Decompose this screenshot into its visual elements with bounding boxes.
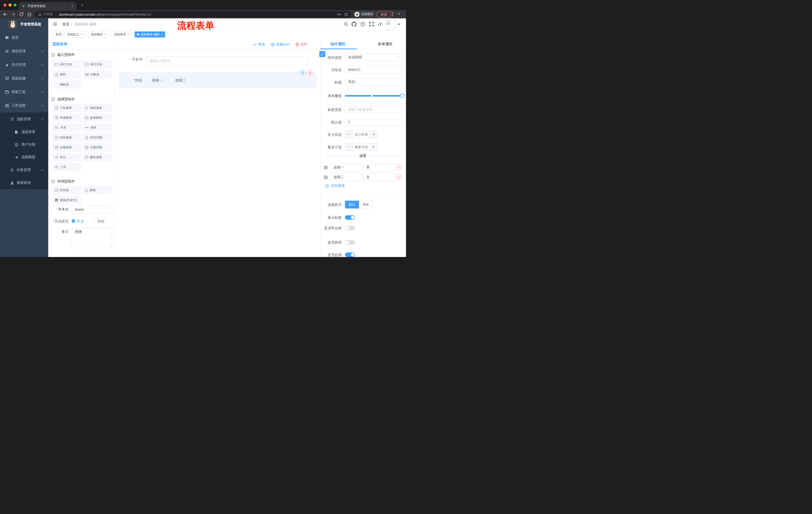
tag-home[interactable]: 首页 xyxy=(53,31,64,37)
option-drag-handle-icon[interactable] xyxy=(324,175,328,179)
chip-row-container[interactable]: 行容器 xyxy=(52,186,81,194)
max-select-input[interactable] xyxy=(353,143,370,151)
form-name-input[interactable] xyxy=(71,206,112,213)
tab-close-icon[interactable]: ✕ xyxy=(71,4,74,8)
delete-field-button[interactable] xyxy=(307,70,313,76)
home-icon[interactable] xyxy=(27,11,32,17)
window-close-button[interactable] xyxy=(3,3,6,6)
font-size-icon[interactable]: TT xyxy=(378,22,382,27)
label-width-input[interactable] xyxy=(345,106,402,113)
sidebar-item-process-form[interactable]: 流程表单 xyxy=(0,126,48,138)
chip-date-range[interactable]: 日期范围 xyxy=(82,143,112,152)
show-label-switch[interactable] xyxy=(345,215,355,220)
chip-date-picker[interactable]: 日期选择 xyxy=(52,143,81,152)
type-select[interactable]: 多选框组 xyxy=(345,54,402,61)
clear-button[interactable]: 清空 xyxy=(295,42,307,47)
required-switch[interactable] xyxy=(345,252,355,257)
avatar-caret-icon[interactable] xyxy=(398,24,400,25)
remove-option-button[interactable] xyxy=(396,174,402,180)
chip-editor[interactable]: 编辑器 xyxy=(52,80,81,89)
chip-button[interactable]: 按钮 xyxy=(82,186,112,194)
chip-table[interactable]: 表格[开发中] xyxy=(52,196,81,205)
sidebar-item-home[interactable]: 首页 xyxy=(0,31,48,45)
fullscreen-icon[interactable] xyxy=(369,22,374,27)
bookmark-star-icon[interactable] xyxy=(344,12,348,16)
resize-handle[interactable] xyxy=(109,245,111,247)
tag-close-icon[interactable]: × xyxy=(127,33,129,36)
sidebar-toggle-icon[interactable] xyxy=(52,22,57,27)
chip-select[interactable]: 下拉选择 xyxy=(52,104,81,112)
sidebar-item-payment[interactable]: ¥ 支付管理 xyxy=(0,58,48,72)
profile-caret-icon[interactable] xyxy=(398,13,401,15)
chip-time-picker[interactable]: 时间选择 xyxy=(52,133,81,142)
tab-component-props[interactable]: 组件属性 xyxy=(330,42,345,47)
stepper-decrease-button[interactable]: − xyxy=(345,143,353,151)
radio-off-label[interactable]: 关闭 xyxy=(97,219,104,224)
default-value-input[interactable] xyxy=(345,118,402,126)
forward-icon[interactable] xyxy=(10,11,16,17)
tag-close-icon[interactable]: × xyxy=(104,33,106,36)
option1-label-input[interactable] xyxy=(330,164,362,171)
option1-value-input[interactable] xyxy=(363,164,395,171)
option-drag-handle-icon[interactable] xyxy=(324,165,328,169)
with-border-switch[interactable] xyxy=(345,226,355,231)
disabled-switch[interactable] xyxy=(345,240,355,245)
grid-slider-track[interactable] xyxy=(345,95,402,97)
view-json-button[interactable]: 查看json xyxy=(270,42,290,47)
sidebar-item-process-management[interactable]: 流程管理 xyxy=(0,112,48,126)
option2-value-input[interactable] xyxy=(363,173,395,181)
chip-upload[interactable]: 上传 xyxy=(52,163,81,171)
chip-color-picker[interactable]: 颜色选择 xyxy=(82,153,112,161)
min-select-input[interactable] xyxy=(353,131,370,138)
tab-form-props[interactable]: 表单属性 xyxy=(378,42,393,47)
tag-close-icon[interactable]: × xyxy=(81,33,82,36)
sidebar-item-infrastructure[interactable]: 基础设施 xyxy=(0,72,48,85)
browser-tab[interactable]: 芋道管理系统 ✕ xyxy=(19,2,77,10)
window-minimize-button[interactable] xyxy=(8,3,11,6)
search-icon[interactable] xyxy=(344,22,348,27)
github-icon[interactable] xyxy=(351,22,356,27)
tag-process-form[interactable]: 流程表单× xyxy=(112,31,132,37)
radio-on-label[interactable]: 开启 xyxy=(77,219,84,224)
url-bar[interactable]: 不安全 | dashboard.yudao.iocoder.cn/bpm/man… xyxy=(35,11,351,18)
tag-close-icon[interactable]: × xyxy=(161,33,163,36)
stepper-increase-button[interactable]: + xyxy=(370,143,377,151)
style-button-button[interactable]: 按钮 xyxy=(359,201,373,209)
chip-password[interactable]: 密码 xyxy=(52,70,81,79)
chip-rate[interactable]: 评分 xyxy=(52,153,81,161)
tag-process-model[interactable]: 流程模型× xyxy=(88,31,108,37)
sidebar-item-task-management[interactable]: 任务管理 xyxy=(0,163,48,177)
gender-checkbox-2[interactable] xyxy=(170,78,173,82)
radio-on[interactable] xyxy=(71,219,75,223)
help-icon[interactable] xyxy=(360,22,365,27)
tag-process-form-edit-active[interactable]: 流程表单-编辑× xyxy=(135,31,165,37)
title-input[interactable] xyxy=(345,78,402,86)
gender-checkbox-1[interactable] xyxy=(146,78,150,82)
window-zoom-button[interactable] xyxy=(13,3,17,6)
stepper-decrease-button[interactable]: − xyxy=(345,131,353,138)
radio-off[interactable] xyxy=(92,219,95,223)
save-button[interactable]: 保存 xyxy=(253,42,265,47)
key-icon[interactable] xyxy=(337,12,341,16)
style-default-button[interactable]: 默认 xyxy=(345,201,359,209)
sidebar-item-user-group[interactable]: 用户分组 xyxy=(0,138,48,151)
tag-process-definition[interactable]: 流程定义× xyxy=(65,31,85,37)
chip-time-range[interactable]: 时间范围 xyxy=(82,133,112,142)
option2-label-input[interactable] xyxy=(330,173,362,181)
chip-checkbox-group[interactable]: 多选框组 xyxy=(82,113,112,122)
field-name-input[interactable] xyxy=(345,66,402,74)
back-icon[interactable] xyxy=(2,11,8,17)
new-tab-button[interactable]: + xyxy=(81,3,83,7)
stepper-increase-button[interactable]: + xyxy=(370,131,377,138)
chip-cascader[interactable]: 级联选择 xyxy=(82,104,112,112)
remove-option-button[interactable] xyxy=(396,165,402,170)
phone-input[interactable] xyxy=(146,56,308,65)
sidebar-item-process-model[interactable]: 流程模型 xyxy=(0,151,48,163)
sidebar-item-devtools[interactable]: 研发工具 xyxy=(0,85,48,99)
grid-slider-handle[interactable] xyxy=(400,93,405,98)
browser-menu-icon[interactable]: ••• xyxy=(392,12,394,16)
chip-multi-line-text[interactable]: 多行文本 xyxy=(82,60,112,69)
avatar[interactable] xyxy=(386,20,396,30)
sidebar-item-system[interactable]: 系统管理 xyxy=(0,45,48,58)
sidebar-item-workflow[interactable]: 工作流程 xyxy=(0,99,48,112)
